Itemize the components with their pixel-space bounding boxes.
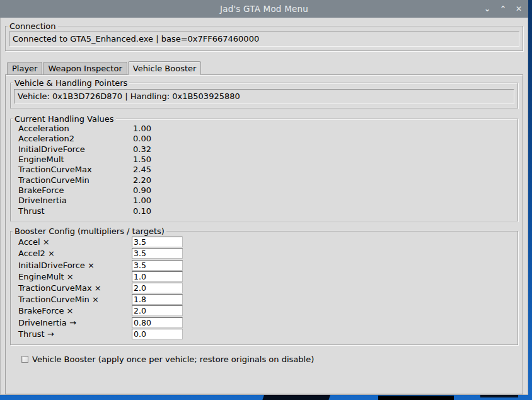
handling-name: Thrust [18,206,133,216]
handling-value: 0.32 [133,144,518,155]
close-icon[interactable]: ✕ [514,0,523,18]
config-name: BrakeForce × [18,305,132,316]
config-row: TractionCurveMin × [18,294,518,305]
handling-row: BrakeForce 0.90 [18,185,518,196]
connection-status: Connected to GTA5_Enhanced.exe | base=0x… [9,32,519,47]
minimize-icon[interactable]: ⌄ [483,0,492,18]
app-window: Jad's GTA Mod Menu ⌄ ⌃ ✕ Connection Conn… [0,0,528,395]
config-name: Accel × [18,237,132,247]
current-handling-group: Current Handling Values Acceleration 1.0… [10,119,518,221]
config-row: Accel2 × [18,248,518,259]
tractioncurvemin-multiplier-input[interactable] [132,294,183,305]
handling-value: 0.90 [133,185,518,196]
initialdriveforce-multiplier-input[interactable] [132,260,183,271]
tractioncurvemax-multiplier-input[interactable] [132,283,183,293]
vehicle-booster-toggle-row: Vehicle Booster (apply once per vehicle;… [21,355,518,364]
titlebar[interactable]: Jad's GTA Mod Menu ⌄ ⌃ ✕ [0,0,528,18]
vehicle-booster-panel: Vehicle & Handling Pointers Vehicle: 0x1… [5,74,523,394]
handling-value: 2.20 [133,175,518,185]
config-row: Accel × [18,237,518,248]
pointers-status: Vehicle: 0x1B3D726D870 | Handling: 0x1B5… [14,89,514,104]
handling-value: 1.00 [133,196,518,206]
tab-player[interactable]: Player [7,62,42,74]
window-body: Connection Connected to GTA5_Enhanced.ex… [0,26,528,394]
handling-row: DriveInertia 1.00 [18,196,518,206]
handling-row: TractionCurveMax 2.45 [18,165,518,175]
config-row: EngineMult × [18,271,518,282]
handling-row: InitialDriveForce 0.32 [18,144,518,155]
handling-row: Acceleration 1.00 [18,124,518,134]
driveinertia-target-input[interactable] [132,317,183,328]
desktop-wallpaper-shape [378,396,454,400]
tab-weapon-inspector[interactable]: Weapon Inspector [43,62,127,74]
handling-value: 0.10 [133,206,518,216]
handling-row: Acceleration2 0.00 [18,134,518,144]
enginemult-multiplier-input[interactable] [132,271,183,282]
booster-config-group: Booster Config (multipliers / targets) A… [10,231,518,346]
tab-bar: Player Weapon Inspector Vehicle Booster [5,61,523,74]
config-name: Thrust → [18,329,132,339]
config-name: TractionCurveMin × [18,294,132,305]
handling-name: Acceleration [18,124,133,134]
config-name: EngineMult × [18,271,132,282]
handling-name: TractionCurveMin [18,175,133,185]
brakeforce-multiplier-input[interactable] [132,305,183,316]
accel-multiplier-input[interactable] [132,237,183,247]
pointers-group: Vehicle & Handling Pointers Vehicle: 0x1… [10,83,518,109]
handling-name: DriveInertia [18,196,133,206]
handling-name: TractionCurveMax [18,165,133,175]
config-name: InitialDriveForce × [18,260,132,271]
handling-value: 1.00 [133,124,518,134]
config-name: Accel2 × [18,248,132,259]
config-row: BrakeForce × [18,305,518,317]
thrust-target-input[interactable] [132,329,183,339]
window-controls: ⌄ ⌃ ✕ [483,0,523,18]
tab-vehicle-booster[interactable]: Vehicle Booster [128,61,202,75]
desktop-wallpaper-shape [528,20,532,361]
handling-name: EngineMult [18,155,133,165]
handling-row: EngineMult 1.50 [18,155,518,165]
handling-name: InitialDriveForce [18,144,133,155]
config-row: Thrust → [18,328,518,339]
handling-name: BrakeForce [18,185,133,196]
handling-row: Thrust 0.10 [18,206,518,216]
booster-config-group-label: Booster Config (multipliers / targets) [13,226,166,236]
accel2-multiplier-input[interactable] [132,248,183,259]
connection-group: Connection Connected to GTA5_Enhanced.ex… [5,26,523,51]
maximize-icon[interactable]: ⌃ [499,0,507,18]
handling-value: 2.45 [133,165,518,175]
handling-value: 0.00 [133,134,518,144]
connection-group-label: Connection [8,21,58,31]
handling-value: 1.50 [133,155,518,165]
handling-row: TractionCurveMin 2.20 [18,175,518,185]
current-handling-group-label: Current Handling Values [13,114,116,124]
window-title: Jad's GTA Mod Menu [220,4,308,14]
config-name: DriveInertia → [18,317,132,328]
handling-name: Acceleration2 [18,134,133,144]
vehicle-booster-checkbox[interactable] [21,356,28,363]
config-row: InitialDriveForce × [18,259,518,271]
config-name: TractionCurveMax × [18,283,132,293]
pointers-group-label: Vehicle & Handling Pointers [13,78,129,88]
config-row: TractionCurveMax × [18,282,518,293]
config-row: DriveInertia → [18,317,518,328]
vehicle-booster-checkbox-label: Vehicle Booster (apply once per vehicle;… [32,355,314,364]
